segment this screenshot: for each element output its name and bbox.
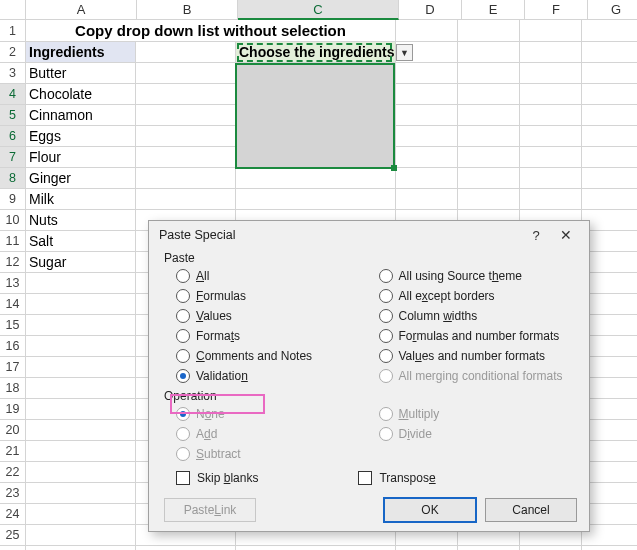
cell[interactable] [136,189,236,210]
dialog-titlebar[interactable]: Paste Special ? ✕ [149,221,589,249]
cell[interactable] [582,525,637,546]
radio-formulas[interactable]: Formulas [176,289,375,303]
cell[interactable] [236,546,396,550]
row-header[interactable]: 20 [0,420,26,441]
cell[interactable] [136,546,236,550]
cell[interactable] [236,84,396,105]
row-header[interactable]: 16 [0,336,26,357]
cell[interactable] [458,20,520,42]
radio-values[interactable]: Values [176,309,375,323]
cell[interactable] [136,168,236,189]
cell[interactable] [458,63,520,84]
column-header[interactable]: B [137,0,238,20]
cell[interactable] [136,42,236,63]
cell[interactable] [520,63,582,84]
row-header[interactable]: 3 [0,63,26,84]
row-header[interactable]: 12 [0,252,26,273]
selection-handle[interactable] [391,165,397,171]
row-header[interactable]: 15 [0,315,26,336]
cell[interactable] [582,210,637,231]
cell[interactable] [136,147,236,168]
cell[interactable] [520,20,582,42]
cell[interactable] [236,168,396,189]
cell[interactable] [582,336,637,357]
cell[interactable] [26,420,136,441]
cell[interactable] [396,20,458,42]
radio-validation[interactable]: Validation [176,369,375,383]
radio-all[interactable]: All [176,269,375,283]
cell[interactable] [520,189,582,210]
cell[interactable] [26,462,136,483]
row-header[interactable]: 14 [0,294,26,315]
cell[interactable] [582,441,637,462]
cell[interactable] [396,84,458,105]
cell[interactable] [26,315,136,336]
cell[interactable] [582,63,637,84]
cell[interactable] [582,294,637,315]
cell[interactable] [582,546,637,550]
cell[interactable] [582,84,637,105]
cell[interactable] [458,546,520,550]
column-header[interactable]: G [588,0,637,20]
cell[interactable] [582,252,637,273]
radio-formats[interactable]: Formats [176,329,375,343]
cell[interactable] [136,126,236,147]
row-header[interactable]: 6 [0,126,26,147]
row-header[interactable]: 10 [0,210,26,231]
cell[interactable] [458,189,520,210]
cell[interactable] [236,105,396,126]
cell[interactable] [26,273,136,294]
cell[interactable] [582,462,637,483]
cell[interactable] [396,168,458,189]
cell[interactable]: Butter [26,63,136,84]
cell[interactable] [582,168,637,189]
row-header[interactable]: 18 [0,378,26,399]
cell[interactable] [458,84,520,105]
column-header[interactable]: F [525,0,588,20]
row-header[interactable]: 1 [0,20,26,42]
cell[interactable] [582,378,637,399]
column-header[interactable]: E [462,0,525,20]
cell[interactable] [582,189,637,210]
dropdown-cell[interactable]: Cinnamon [236,63,396,84]
row-header[interactable]: 9 [0,189,26,210]
cell[interactable] [236,189,396,210]
skip-blanks-checkbox[interactable]: Skip blanks [176,471,258,485]
cell[interactable] [520,546,582,550]
cell[interactable] [396,63,458,84]
cell[interactable] [136,63,236,84]
cell[interactable] [26,441,136,462]
cell[interactable]: Milk [26,189,136,210]
cell[interactable] [582,231,637,252]
radio-all-except-borders[interactable]: All except borders [379,289,578,303]
row-header[interactable]: 24 [0,504,26,525]
dialog-help-button[interactable]: ? [521,228,551,243]
cell[interactable]: Ginger [26,168,136,189]
cell[interactable] [582,20,637,42]
row-header[interactable]: 5 [0,105,26,126]
column-header[interactable]: A [26,0,137,20]
cell[interactable] [236,126,396,147]
cell[interactable] [396,147,458,168]
cell[interactable]: Chocolate [26,84,136,105]
radio-all-source-theme[interactable]: All using Source theme [379,269,578,283]
radio-comments[interactable]: Comments and Notes [176,349,375,363]
cell[interactable] [136,84,236,105]
column-header[interactable]: D [399,0,462,20]
cell[interactable]: Cinnamon [26,105,136,126]
row-header[interactable]: 4 [0,84,26,105]
ingredients-header[interactable]: Ingredients [26,42,136,63]
cell[interactable] [396,105,458,126]
cell[interactable] [520,105,582,126]
radio-values-numfmt[interactable]: Values and number formats [379,349,578,363]
radio-formulas-numfmt[interactable]: Formulas and number formats [379,329,578,343]
cell[interactable]: Nuts [26,210,136,231]
cell[interactable] [582,42,637,63]
cell[interactable] [26,357,136,378]
cell[interactable] [236,147,396,168]
cell[interactable] [582,273,637,294]
row-header[interactable]: 11 [0,231,26,252]
cancel-button[interactable]: Cancel [485,498,577,522]
cell[interactable] [458,42,520,63]
cell[interactable] [582,147,637,168]
